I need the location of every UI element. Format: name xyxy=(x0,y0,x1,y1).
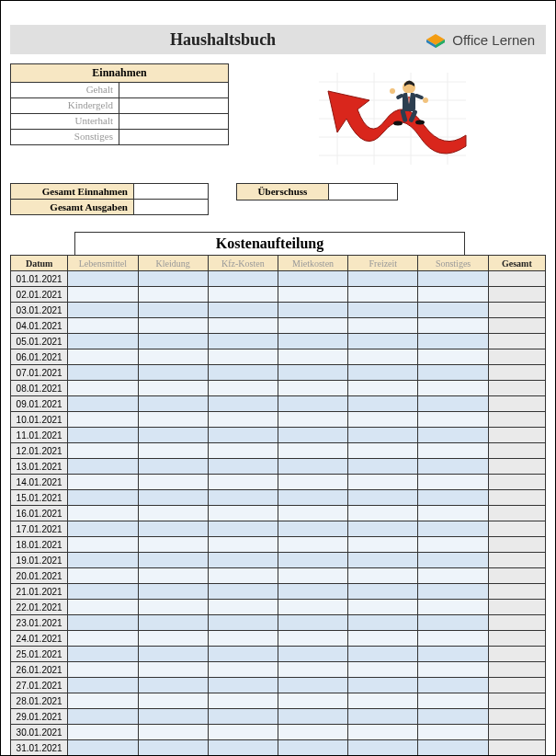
einnahmen-value[interactable] xyxy=(119,98,228,113)
input-cell[interactable] xyxy=(348,412,418,428)
input-cell[interactable] xyxy=(278,334,347,349)
input-cell[interactable] xyxy=(278,428,347,443)
input-cell[interactable] xyxy=(348,631,418,647)
input-cell[interactable] xyxy=(138,678,208,693)
input-cell[interactable] xyxy=(278,381,347,396)
input-cell[interactable] xyxy=(208,349,278,365)
input-cell[interactable] xyxy=(278,490,347,506)
input-cell[interactable] xyxy=(348,678,418,693)
input-cell[interactable] xyxy=(348,615,418,631)
input-cell[interactable] xyxy=(348,349,418,365)
input-cell[interactable] xyxy=(208,537,278,553)
input-cell[interactable] xyxy=(278,709,347,725)
input-cell[interactable] xyxy=(278,584,347,600)
input-cell[interactable] xyxy=(68,349,138,365)
input-cell[interactable] xyxy=(418,662,488,678)
input-cell[interactable] xyxy=(348,287,418,303)
input-cell[interactable] xyxy=(418,553,488,568)
input-cell[interactable] xyxy=(348,303,418,318)
input-cell[interactable] xyxy=(418,412,488,428)
input-cell[interactable] xyxy=(208,396,278,412)
input-cell[interactable] xyxy=(138,349,208,365)
input-cell[interactable] xyxy=(208,459,278,475)
input-cell[interactable] xyxy=(348,334,418,349)
input-cell[interactable] xyxy=(68,740,138,756)
input-cell[interactable] xyxy=(68,600,138,615)
input-cell[interactable] xyxy=(278,725,347,740)
input-cell[interactable] xyxy=(138,709,208,725)
input-cell[interactable] xyxy=(278,521,347,537)
input-cell[interactable] xyxy=(348,490,418,506)
gesamt-einnahmen-value[interactable] xyxy=(134,184,208,199)
input-cell[interactable] xyxy=(418,600,488,615)
input-cell[interactable] xyxy=(278,553,347,568)
input-cell[interactable] xyxy=(208,615,278,631)
input-cell[interactable] xyxy=(68,334,138,349)
input-cell[interactable] xyxy=(138,537,208,553)
input-cell[interactable] xyxy=(208,490,278,506)
input-cell[interactable] xyxy=(348,662,418,678)
input-cell[interactable] xyxy=(208,647,278,662)
input-cell[interactable] xyxy=(418,693,488,709)
input-cell[interactable] xyxy=(68,537,138,553)
input-cell[interactable] xyxy=(208,334,278,349)
input-cell[interactable] xyxy=(208,381,278,396)
input-cell[interactable] xyxy=(418,428,488,443)
input-cell[interactable] xyxy=(138,412,208,428)
input-cell[interactable] xyxy=(68,475,138,490)
input-cell[interactable] xyxy=(418,678,488,693)
input-cell[interactable] xyxy=(348,506,418,521)
input-cell[interactable] xyxy=(68,381,138,396)
input-cell[interactable] xyxy=(138,553,208,568)
input-cell[interactable] xyxy=(278,349,347,365)
input-cell[interactable] xyxy=(278,662,347,678)
input-cell[interactable] xyxy=(68,678,138,693)
input-cell[interactable] xyxy=(68,631,138,647)
input-cell[interactable] xyxy=(348,396,418,412)
input-cell[interactable] xyxy=(208,725,278,740)
input-cell[interactable] xyxy=(348,475,418,490)
input-cell[interactable] xyxy=(418,490,488,506)
input-cell[interactable] xyxy=(348,725,418,740)
input-cell[interactable] xyxy=(418,615,488,631)
input-cell[interactable] xyxy=(208,693,278,709)
input-cell[interactable] xyxy=(278,631,347,647)
einnahmen-value[interactable] xyxy=(119,83,228,97)
input-cell[interactable] xyxy=(278,568,347,584)
input-cell[interactable] xyxy=(348,647,418,662)
input-cell[interactable] xyxy=(68,428,138,443)
input-cell[interactable] xyxy=(138,521,208,537)
input-cell[interactable] xyxy=(138,600,208,615)
input-cell[interactable] xyxy=(138,334,208,349)
input-cell[interactable] xyxy=(278,537,347,553)
input-cell[interactable] xyxy=(348,537,418,553)
input-cell[interactable] xyxy=(138,615,208,631)
input-cell[interactable] xyxy=(348,693,418,709)
input-cell[interactable] xyxy=(418,537,488,553)
input-cell[interactable] xyxy=(278,396,347,412)
input-cell[interactable] xyxy=(348,459,418,475)
input-cell[interactable] xyxy=(68,490,138,506)
input-cell[interactable] xyxy=(278,287,347,303)
input-cell[interactable] xyxy=(208,365,278,381)
input-cell[interactable] xyxy=(418,349,488,365)
input-cell[interactable] xyxy=(278,365,347,381)
input-cell[interactable] xyxy=(138,662,208,678)
input-cell[interactable] xyxy=(68,553,138,568)
input-cell[interactable] xyxy=(418,631,488,647)
input-cell[interactable] xyxy=(68,318,138,334)
input-cell[interactable] xyxy=(138,631,208,647)
input-cell[interactable] xyxy=(278,693,347,709)
input-cell[interactable] xyxy=(418,506,488,521)
input-cell[interactable] xyxy=(208,428,278,443)
input-cell[interactable] xyxy=(138,381,208,396)
input-cell[interactable] xyxy=(68,287,138,303)
input-cell[interactable] xyxy=(138,443,208,459)
input-cell[interactable] xyxy=(68,584,138,600)
input-cell[interactable] xyxy=(418,521,488,537)
input-cell[interactable] xyxy=(278,600,347,615)
input-cell[interactable] xyxy=(418,381,488,396)
input-cell[interactable] xyxy=(348,553,418,568)
input-cell[interactable] xyxy=(348,381,418,396)
input-cell[interactable] xyxy=(208,287,278,303)
